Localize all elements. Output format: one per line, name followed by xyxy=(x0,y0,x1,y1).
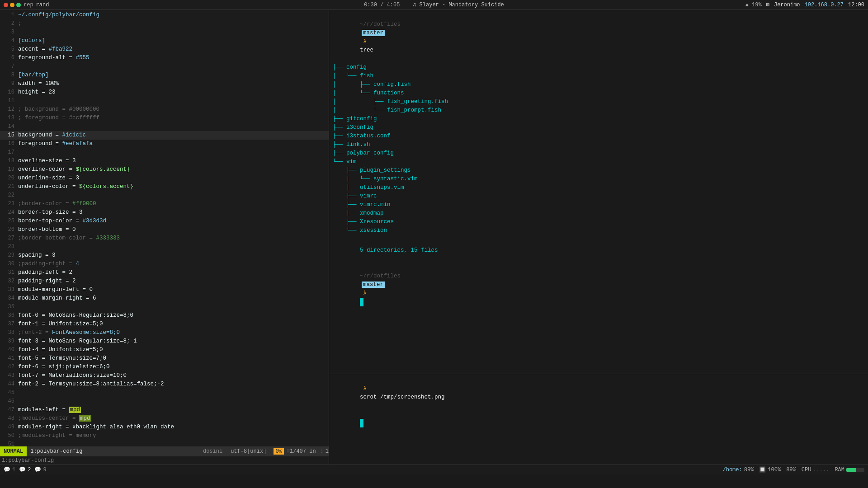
tree-line-configfish: │ ├── config.fish xyxy=(333,80,864,89)
topbar-left: rep rand xyxy=(4,2,288,8)
topbar-center: 0:30 / 4:05 ♫ Slayer - Mandatory Suicide xyxy=(292,2,576,8)
tree-line-utilsnips: │ utilsnips.vim xyxy=(333,183,864,192)
ram-bar xyxy=(846,468,864,472)
tree-line-functions: │ └── functions xyxy=(333,89,864,98)
home-label: /home: xyxy=(723,467,742,473)
ram-bar-fill xyxy=(846,468,856,472)
window-title: rand xyxy=(36,2,49,8)
line-11: 11 xyxy=(0,97,329,105)
battery-pct: ▲ 19% xyxy=(745,2,762,8)
vim-col: 1 xyxy=(326,448,329,455)
line-24: 24 border-top-size = 3 xyxy=(0,208,329,217)
chat-icon-2: 💬 xyxy=(19,466,26,473)
tree-line-config: ├── config xyxy=(333,63,864,72)
line-36: 36 font-0 = NotoSans-Regular:size=8;0 xyxy=(0,311,329,320)
tree-line-fish: │ └── fish xyxy=(333,72,864,80)
vim-mode: NORMAL xyxy=(0,446,27,456)
cpu-value: ..... xyxy=(813,467,829,473)
line-25: 25 border-top-color = #3d3d3d xyxy=(0,217,329,225)
vim-encoding: utf-8[unix] xyxy=(231,448,266,455)
term-scrot-line: λ scrot /tmp/screenshot.png xyxy=(333,376,864,410)
line-3: 3 xyxy=(0,28,329,37)
tree-line-fish-prompt: │ └── fish_prompt.fish xyxy=(333,106,864,115)
media-progress: 0:30 / 4:05 xyxy=(364,2,400,8)
line-50: 50 ;modules-right = memory xyxy=(0,432,329,440)
line-7: 7 xyxy=(0,62,329,71)
vim-equals: ≡ xyxy=(287,448,290,455)
chat-icon-9: 💬 xyxy=(34,466,41,473)
media-song: ♫ Slayer - Mandatory Suicide xyxy=(413,2,504,8)
ram-label: RAM xyxy=(835,467,844,473)
tree-summary: 5 directories, 15 files xyxy=(333,238,864,263)
line-38: 38 ;font-2 = FontAwesome:size=8;0 xyxy=(0,328,329,337)
line-18: 18 overline-size = 3 xyxy=(0,157,329,165)
term-prompt2-line: ~/r/dotfiles master λ xyxy=(333,263,864,315)
tree-line-vim: └── vim xyxy=(333,158,864,166)
close-dot[interactable] xyxy=(4,3,8,7)
vim-bottom-filename: 1:polybar-config xyxy=(2,457,54,464)
terminal-scrot-pane: λ scrot /tmp/screenshot.png xyxy=(329,374,868,465)
bottombar-right: /home: 89% 🔲 100% 89% CPU ..... RAM xyxy=(723,466,864,473)
line-30: 30 ;padding-right = 4 xyxy=(0,260,329,268)
term-prompt-line: ~/r/dotfiles master λ tree xyxy=(333,12,864,63)
line-2: 2 ; xyxy=(0,19,329,28)
tree-line-syntastic: │ └── syntastic.vim xyxy=(333,175,864,183)
tab-9-num: 9 xyxy=(43,467,46,473)
line-39: 39 font-3 = NotoSans-Regular:size=8;-1 xyxy=(0,337,329,346)
terminal-tree-pane: ~/r/dotfiles master λ tree ├── config │ … xyxy=(329,10,868,374)
user-info: Jeronimo xyxy=(774,2,800,8)
topbar: rep rand 0:30 / 4:05 ♫ Slayer - Mandator… xyxy=(0,0,868,10)
term-scrot-cursor xyxy=(333,410,864,436)
home-pct: 89% xyxy=(744,467,754,473)
line-44: 44 font-2 = Termsynu:size=8:antialias=fa… xyxy=(0,380,329,389)
vim-statusbar: NORMAL 1:polybar-config dosini utf-8[uni… xyxy=(0,446,329,456)
zoom-stat: 🔲 100% xyxy=(759,466,781,473)
tab-1-num: 1 xyxy=(12,467,15,473)
line-46: 46 xyxy=(0,397,329,406)
line-28: 28 xyxy=(0,243,329,251)
line-34: 34 module-margin-right = 6 xyxy=(0,294,329,303)
line-27: 27 ;border-bottom-color = #333333 xyxy=(0,234,329,243)
topbar-right: ▲ 19% ⊞ Jeronimo 192.168.0.27 12:00 xyxy=(580,1,864,8)
minimize-dot[interactable] xyxy=(10,3,14,7)
line-10: 10 height = 23 xyxy=(0,88,329,97)
tab-2[interactable]: 💬 2 xyxy=(19,466,31,473)
tab-1[interactable]: 💬 1 xyxy=(4,466,15,473)
bottombar-left: 💬 1 💬 2 💬 9 xyxy=(4,466,718,473)
line-37: 37 font-1 = Unifont:size=5;0 xyxy=(0,320,329,328)
window-name: rep xyxy=(24,2,33,8)
cpu-stat: CPU ..... xyxy=(802,467,830,473)
tree-line-plugin: ├── plugin_settings xyxy=(333,166,864,175)
line-40: 40 font-4 = Unifont:size=5;0 xyxy=(0,346,329,354)
tree-line-i3status: ├── i3status.conf xyxy=(333,132,864,141)
tab-9[interactable]: 💬 9 xyxy=(34,466,46,473)
bottombar: 💬 1 💬 2 💬 9 /home: 89% 🔲 100% 89% CPU ..… xyxy=(0,465,868,474)
right-pct: 89% xyxy=(786,467,796,473)
cpu-label: CPU xyxy=(802,467,811,473)
tree-line-fish-greeting: │ ├── fish_greeting.fish xyxy=(333,98,864,106)
tree-line-xsession: └── xsession xyxy=(333,226,864,235)
line-43: 43 font-7 = MaterialIcons:size=10;0 xyxy=(0,371,329,380)
home-stat: /home: 89% xyxy=(723,467,754,473)
line-41: 41 font-5 = Termsynu:size=7;0 xyxy=(0,354,329,363)
line-21: 21 underline-color = ${colors.accent} xyxy=(0,183,329,191)
tree-line-polybar: ├── polybar-config xyxy=(333,149,864,158)
line-4: 4 [colors] xyxy=(0,37,329,45)
maximize-dot[interactable] xyxy=(16,3,21,7)
terminal-panel[interactable]: ~/r/dotfiles master λ tree ├── config │ … xyxy=(329,10,868,465)
line-17: 17 xyxy=(0,148,329,157)
right-pct-stat: 89% xyxy=(786,467,796,473)
line-8: 8 [bar/top] xyxy=(0,71,329,80)
line-51: 51 xyxy=(0,440,329,446)
vim-separator: : xyxy=(319,448,326,455)
line-15: 15 background = #1c1c1c xyxy=(0,131,329,140)
line-31: 31 padding-left = 2 xyxy=(0,268,329,277)
line-33: 33 module-margin-left = 0 xyxy=(0,286,329,294)
vim-editor[interactable]: 1 ~/.config/polybar/config 2 ; 3 4 [colo… xyxy=(0,10,329,465)
line-1: 1 ~/.config/polybar/config xyxy=(0,11,329,19)
vim-filename: 1:polybar-config xyxy=(30,448,82,455)
vim-progress: 0% xyxy=(274,448,283,455)
zoom-icon: 🔲 xyxy=(759,466,766,473)
tree-line-xresources: ├── Xresources xyxy=(333,218,864,226)
tree-line-vimrc-min: ├── vimrc.min xyxy=(333,201,864,209)
